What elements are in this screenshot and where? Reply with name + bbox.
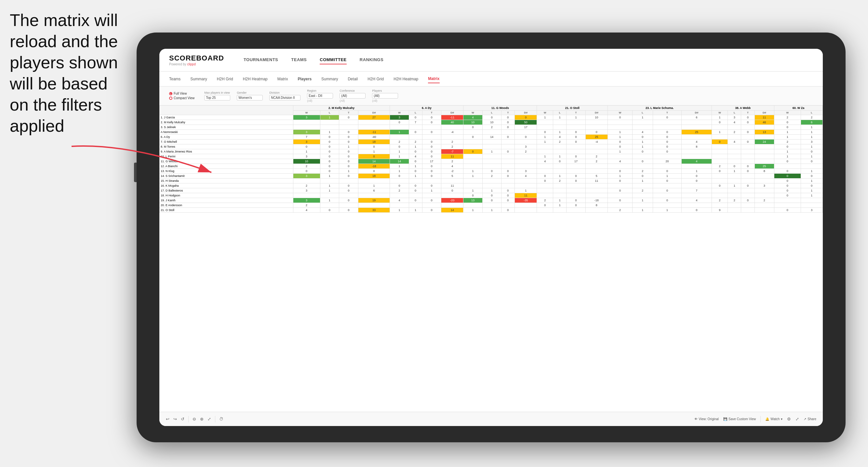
compact-view-radio[interactable]: [169, 97, 173, 100]
main-nav: TOURNAMENTS TEAMS COMMITTEE RANKINGS: [244, 56, 383, 64]
table-row: 3. S Jelinek 02017 01: [160, 125, 823, 130]
max-players-filter: Max players in view Top 25: [204, 91, 230, 100]
col-header-60: 60. W Za: [774, 106, 823, 111]
subnav-h2h-grid1[interactable]: H2H Grid: [217, 75, 233, 83]
full-view-radio[interactable]: [169, 92, 173, 95]
share-button[interactable]: ↗ Share: [804, 417, 816, 421]
clock-button[interactable]: ⏱: [219, 416, 223, 422]
table-row: 13. N Klug 0010 100-2 1003 0201 0108 01: [160, 169, 823, 174]
toolbar-left: ↩ ↪ ↺ ⊖ ⊕ ⤢ ⏱: [166, 416, 223, 423]
subnav-detail[interactable]: Detail: [348, 75, 358, 83]
view-original-button[interactable]: 👁 View: Original: [694, 417, 719, 421]
annotation-text: The matrix will reload and the players s…: [10, 10, 127, 136]
fit-button[interactable]: ⤢: [208, 416, 211, 422]
table-row: 19. J Kamh 31019 400-20 1300-35 210-18 0…: [160, 198, 823, 203]
table-row: 6. A Dy 700-40 01400 14025 100 11: [160, 135, 823, 139]
table-row: 14. S Srichantamit 31018 0105 1204 0105 …: [160, 174, 823, 179]
table-row: 18. H Hodgson 00011 01: [160, 193, 823, 198]
table-row: A Nomrowski 310-11 100-4 0100 14025 1201…: [160, 130, 823, 135]
table-row: 1. J Garcia 31027 300-11 4000 11110 0106…: [160, 115, 823, 120]
table-row: 9. A Maria Jimenez Rios 1001 100-7 0102 …: [160, 149, 823, 154]
subnav-matrix1[interactable]: Matrix: [277, 75, 288, 83]
compact-view-option[interactable]: Compact View: [169, 96, 194, 100]
subnav-teams[interactable]: Teams: [169, 75, 181, 83]
region-filter: Region East - DII (All): [307, 89, 333, 102]
view-options: Full View Compact View: [169, 92, 194, 100]
logo-title: SCOREBOARD: [169, 54, 224, 62]
reset-icon: ↺: [181, 416, 184, 422]
table-row: 21. O Stoll 40033 11014 110 2110 9 03: [160, 208, 823, 213]
subnav-matrix2[interactable]: Matrix: [428, 75, 439, 83]
table-row: 16. K Mcgaha 2101 00011 0103 00: [160, 183, 823, 188]
tablet-device: SCOREBOARD Powered by clippd TOURNAMENTS…: [136, 33, 845, 442]
table-row: 7. O Mitchell 30018 2202 120-4 0104 0402…: [160, 139, 823, 145]
fit-icon: ⤢: [208, 416, 211, 422]
options-button[interactable]: ⚙: [787, 416, 791, 422]
tablet-screen: SCOREBOARD Powered by clippd TOURNAMENTS…: [159, 49, 823, 426]
col-header-2: 2. M Kelly Mulcahy: [293, 106, 390, 111]
division-select[interactable]: NCAA Division II: [269, 95, 301, 100]
table-row: 12. A Bianchi 200-18 1104 20025: [160, 164, 823, 169]
logo-subtitle: Powered by clippd: [169, 62, 224, 66]
nav-committee[interactable]: COMMITTEE: [320, 56, 347, 64]
table-row: 11. G Woods 100014 140172 40172 40204 00: [160, 159, 823, 164]
matrix-table: 2. M Kelly Mulcahy 6. A Dy 11. G Woods 2…: [159, 105, 823, 213]
app-header: SCOREBOARD Powered by clippd TOURNAMENTS…: [159, 49, 823, 71]
col-header-23: 23. L Marie Schuma.: [608, 106, 712, 111]
col-header-38: 38. A Webb: [712, 106, 774, 111]
clock-icon: ⏱: [219, 416, 223, 422]
options-icon: ⚙: [787, 416, 791, 422]
gender-filter: Gender Women's: [237, 91, 263, 100]
redo-icon: ↪: [173, 416, 177, 422]
tablet-button: [134, 163, 136, 182]
table-row: 10. L Perini 3000 14011 1102 11: [160, 154, 823, 159]
conference-select[interactable]: (All): [340, 93, 366, 98]
zoom-out-icon: ⊖: [192, 416, 196, 422]
expand-icon: ⤢: [796, 416, 799, 422]
toolbar-right: 👁 View: Original 💾 Save Custom View 🔔 Wa…: [694, 416, 816, 423]
max-players-select[interactable]: Top 25: [204, 95, 230, 100]
undo-button[interactable]: ↩: [166, 416, 169, 422]
zoom-out-button[interactable]: ⊖: [192, 416, 196, 422]
zoom-in-icon: ⊕: [200, 416, 204, 422]
col-header-11: 11. G Woods: [463, 106, 537, 111]
players-select[interactable]: (All): [372, 93, 398, 98]
players-filter: Players (All) (All): [372, 89, 398, 102]
nav-teams[interactable]: TEAMS: [291, 56, 307, 64]
full-view-option[interactable]: Full View: [169, 92, 194, 95]
expand-button[interactable]: ⤢: [796, 416, 799, 422]
logo-area: SCOREBOARD Powered by clippd: [169, 54, 224, 66]
table-row: 2. M Kelly Mulcahy 07040 1010050 04046 0…: [160, 120, 823, 125]
redo-button[interactable]: ↪: [173, 416, 177, 422]
undo-icon: ↩: [166, 416, 169, 422]
subnav-h2h-heatmap1[interactable]: H2H Heatmap: [243, 75, 268, 83]
table-row: 17. D Ballesteros 3106 2010 1101 0207 01: [160, 188, 823, 193]
player-col-header: [160, 106, 293, 115]
save-custom-button[interactable]: 💾 Save Custom View: [723, 417, 756, 421]
reset-button[interactable]: ↺: [181, 416, 184, 422]
bottom-toolbar: ↩ ↪ ↺ ⊖ ⊕ ⤢ ⏱: [159, 412, 823, 426]
subnav-summary1[interactable]: Summary: [190, 75, 207, 83]
subnav-summary2[interactable]: Summary: [321, 75, 338, 83]
gender-select[interactable]: Women's: [237, 95, 263, 100]
subnav-players[interactable]: Players: [298, 75, 312, 83]
main-content: 2. M Kelly Mulcahy 6. A Dy 11. G Woods 2…: [159, 105, 823, 412]
region-select[interactable]: East - DII: [307, 93, 333, 98]
sub-nav: Teams Summary H2H Grid H2H Heatmap Matri…: [159, 71, 823, 87]
nav-tournaments[interactable]: TOURNAMENTS: [244, 56, 278, 64]
table-row: 8. M Torres 0010 0102 3 0108 01: [160, 145, 823, 149]
zoom-in-button[interactable]: ⊕: [200, 416, 204, 422]
col-header-6: 6. A Dy: [390, 106, 463, 111]
divider1: [188, 416, 189, 423]
subnav-h2h-grid2[interactable]: H2H Grid: [368, 75, 384, 83]
subnav-h2h-heatmap2[interactable]: H2H Heatmap: [394, 75, 418, 83]
conference-filter: Conference (All) (All): [340, 89, 366, 102]
nav-rankings[interactable]: RANKINGS: [360, 56, 383, 64]
col-header-21: 21. O Stoll: [537, 106, 608, 111]
table-row: 20. E Andersson 2 0108: [160, 203, 823, 208]
table-row: 15. H Stranda 02011 0100 01: [160, 179, 823, 183]
divider2: [215, 416, 215, 423]
watch-button[interactable]: 🔔 Watch ▾: [765, 417, 782, 421]
division-filter: Division NCAA Division II: [269, 91, 301, 100]
filter-bar: Full View Compact View Max players in vi…: [159, 87, 823, 105]
